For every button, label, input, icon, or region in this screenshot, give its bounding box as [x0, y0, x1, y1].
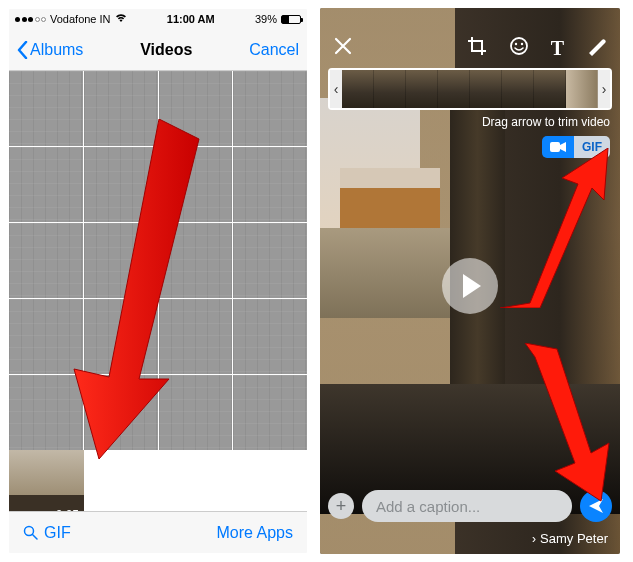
close-button[interactable] — [334, 37, 352, 60]
video-thumbnail[interactable] — [233, 375, 307, 450]
video-thumbnail[interactable] — [84, 299, 158, 374]
carrier-label: Vodafone IN — [50, 13, 111, 25]
status-bar: Vodafone IN 11:00 AM 39% — [9, 9, 307, 29]
battery-icon — [281, 15, 301, 24]
caption-bar: + Add a caption... — [328, 490, 612, 522]
svg-line-2 — [33, 535, 38, 540]
chevron-right-icon: › — [532, 532, 536, 546]
status-time: 11:00 AM — [167, 13, 215, 25]
svg-point-6 — [520, 42, 522, 44]
toggle-gif[interactable]: GIF — [574, 136, 610, 158]
crop-icon[interactable] — [467, 36, 487, 61]
back-button[interactable]: Albums — [17, 41, 83, 59]
video-thumbnail[interactable] — [9, 375, 83, 450]
battery-pct: 39% — [255, 13, 277, 25]
svg-rect-7 — [550, 142, 560, 152]
video-thumbnail[interactable] — [9, 71, 83, 146]
video-thumbnail[interactable] — [159, 71, 233, 146]
caption-input[interactable]: Add a caption... — [362, 490, 572, 522]
video-thumbnail[interactable] — [233, 223, 307, 298]
video-thumbnail[interactable] — [233, 299, 307, 374]
video-gif-toggle[interactable]: GIF — [542, 136, 610, 158]
draw-icon[interactable] — [586, 36, 606, 61]
recipient-name: Samy Peter — [540, 531, 608, 546]
cancel-button[interactable]: Cancel — [249, 41, 299, 59]
svg-point-4 — [511, 38, 527, 54]
add-media-button[interactable]: + — [328, 493, 354, 519]
play-button[interactable] — [442, 258, 498, 314]
search-icon — [23, 525, 38, 540]
video-camera-icon — [550, 142, 566, 152]
video-thumbnail[interactable] — [9, 299, 83, 374]
signal-strength-icon — [15, 17, 46, 22]
status-right: 39% — [255, 13, 301, 25]
chevron-left-icon — [17, 41, 28, 59]
picker-footer: GIF More Apps — [9, 511, 307, 553]
trim-hint: Drag arrow to trim video — [320, 110, 620, 131]
video-thumbnail[interactable] — [84, 71, 158, 146]
caption-placeholder: Add a caption... — [376, 498, 480, 515]
nav-title: Videos — [140, 41, 192, 59]
video-grid — [9, 71, 307, 450]
send-icon — [587, 497, 605, 515]
trim-handle-left[interactable]: ‹ — [330, 70, 342, 108]
video-thumbnail[interactable] — [159, 147, 233, 222]
video-thumbnail[interactable] — [233, 147, 307, 222]
nav-bar: Albums Videos Cancel — [9, 29, 307, 71]
video-thumbnail[interactable] — [159, 299, 233, 374]
video-thumbnail[interactable] — [9, 223, 83, 298]
more-apps-button[interactable]: More Apps — [217, 524, 293, 542]
recipient-row[interactable]: › Samy Peter — [532, 531, 608, 546]
video-editor-screen: T ‹ › Drag arrow to trim video GIF + Add… — [320, 8, 620, 554]
trim-frames — [342, 70, 598, 108]
video-thumbnail[interactable] — [84, 375, 158, 450]
gif-search-button[interactable]: GIF — [23, 524, 71, 542]
video-thumbnail[interactable] — [9, 147, 83, 222]
gif-label: GIF — [44, 524, 71, 542]
wifi-icon — [115, 13, 127, 25]
photos-picker-screen: Vodafone IN 11:00 AM 39% Albums Videos C… — [8, 8, 308, 554]
video-thumbnail[interactable] — [84, 147, 158, 222]
emoji-icon[interactable] — [509, 36, 529, 61]
editor-toolbar: T — [320, 28, 620, 68]
toggle-video[interactable] — [542, 136, 574, 158]
video-thumbnail[interactable] — [159, 375, 233, 450]
video-thumbnail[interactable] — [84, 223, 158, 298]
trim-handle-right[interactable]: › — [598, 70, 610, 108]
text-tool-icon[interactable]: T — [551, 37, 564, 60]
svg-point-5 — [514, 42, 516, 44]
play-icon — [463, 274, 481, 298]
status-left: Vodafone IN — [15, 13, 127, 25]
back-label: Albums — [30, 41, 83, 59]
video-thumbnail[interactable] — [233, 71, 307, 146]
video-thumbnail[interactable] — [159, 223, 233, 298]
trim-strip[interactable]: ‹ › — [328, 68, 612, 110]
send-button[interactable] — [580, 490, 612, 522]
status-bar — [320, 8, 620, 28]
